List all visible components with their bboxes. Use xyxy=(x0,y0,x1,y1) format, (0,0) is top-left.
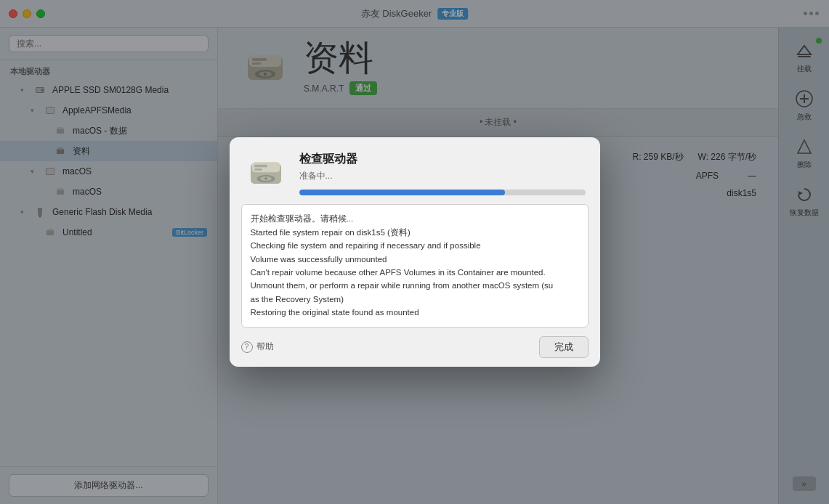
help-icon: ? xyxy=(241,341,253,353)
modal-header: 检查驱动器 准备中... xyxy=(230,137,600,204)
modal-progress-fill xyxy=(299,190,506,195)
help-label: 帮助 xyxy=(256,341,274,353)
modal-title-area: 检查驱动器 准备中... xyxy=(299,152,586,195)
modal-subtitle: 准备中... xyxy=(299,170,586,182)
modal-log: 开始检查驱动器。请稍候... Started file system repai… xyxy=(241,204,589,327)
check-drive-modal: 检查驱动器 准备中... 开始检查驱动器。请稍候... Started file… xyxy=(230,137,600,366)
modal-title: 检查驱动器 xyxy=(299,152,586,167)
svg-point-36 xyxy=(264,178,267,181)
done-button[interactable]: 完成 xyxy=(539,336,589,358)
modal-log-text: 开始检查驱动器。请稍候... Started file system repai… xyxy=(251,212,579,319)
modal-disk-icon xyxy=(244,152,288,195)
modal-progress-bar xyxy=(299,190,586,195)
modal-overlay: 检查驱动器 准备中... 开始检查驱动器。请稍候... Started file… xyxy=(0,0,829,504)
svg-rect-38 xyxy=(254,168,262,171)
modal-footer: ? 帮助 完成 xyxy=(230,328,600,367)
svg-rect-37 xyxy=(254,165,267,168)
help-button[interactable]: ? 帮助 xyxy=(241,341,274,353)
